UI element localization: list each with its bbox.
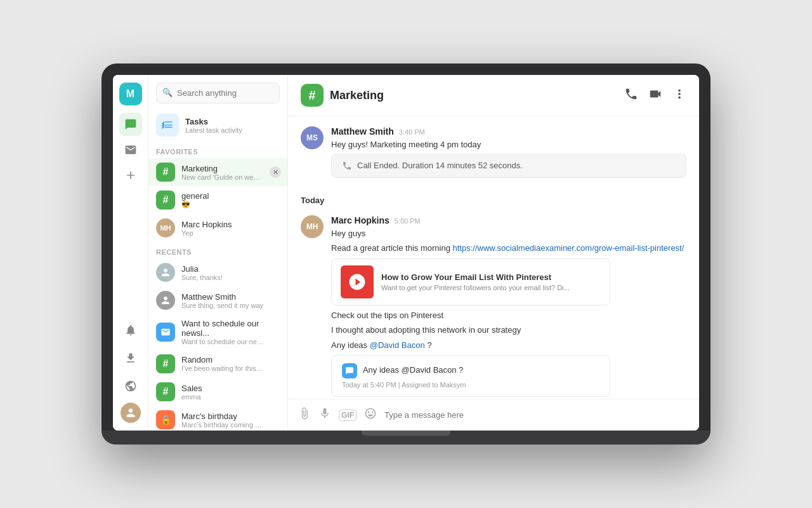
channel-info: Sales emma — [181, 384, 202, 401]
mention-david[interactable]: @David Bacon — [370, 340, 425, 350]
gif-icon[interactable]: GIF — [339, 410, 357, 421]
channel-item-newsletter[interactable]: Want to schedule our newsl... Want to sc… — [148, 314, 287, 350]
channel-preview: Yep — [181, 229, 232, 237]
tasks-text: Tasks Latest task activity — [185, 117, 242, 134]
nav-globe-icon[interactable] — [119, 375, 142, 398]
msg-text: Hey guys! Marketing meeting 4 pm today — [331, 138, 686, 151]
favorites-header: FAVORITES — [148, 142, 287, 158]
channel-name: Marc's birthday — [181, 411, 264, 421]
channel-info: Want to schedule our newsl... Want to sc… — [181, 319, 280, 345]
msg-content: Marc Hopkins 5:00 PM Hey guys Read a gre… — [331, 215, 686, 399]
msg-text: Any ideas @David Bacon ? — [331, 339, 686, 352]
tasks-item[interactable]: Tasks Latest task activity — [148, 109, 287, 142]
tasks-subtitle: Latest task activity — [185, 126, 242, 134]
channel-hash-icon — [156, 323, 175, 342]
chat-area: # Marketing MS — [288, 75, 699, 431]
channel-preview: Sure thing, send it my way — [181, 302, 263, 309]
message-group: MH Marc Hopkins 5:00 PM Hey guys Read a … — [301, 215, 686, 399]
channel-hash-icon: # — [156, 190, 175, 210]
emoji-picker-icon[interactable] — [364, 407, 377, 423]
channel-hash-icon: # — [156, 382, 175, 401]
person-avatar-icon: MH — [156, 218, 175, 237]
call-banner-text: Call Ended. Duration 14 minutes 52 secon… — [357, 161, 523, 170]
msg-time: 3:40 PM — [399, 128, 425, 136]
channel-name: Marketing — [181, 164, 264, 173]
channel-hash-icon: # — [156, 354, 175, 373]
attachment-icon[interactable] — [298, 407, 311, 423]
channel-sidebar: 🔍 Tasks Latest task activity FAVORITES # — [148, 75, 288, 431]
channel-info: Matthew Smith Sure thing, send it my way — [181, 292, 263, 309]
msg-text: I thought about adopting this network in… — [331, 324, 686, 337]
video-icon[interactable] — [648, 87, 662, 104]
chat-channel-title: Marketing — [330, 89, 618, 102]
msg-text: Hey guys — [331, 227, 686, 240]
call-ended-banner: Call Ended. Duration 14 minutes 52 secon… — [331, 154, 686, 178]
msg-text: Check out the tips on Pinterest — [331, 309, 686, 322]
channel-preview: I've been waiting for this 😀 — [181, 364, 264, 373]
nav-bell-icon[interactable] — [119, 319, 142, 342]
msg-header: Marc Hopkins 5:00 PM — [331, 215, 686, 225]
task-card-title: Any ideas @David Bacon ? — [342, 363, 599, 378]
user-avatar-bottom[interactable] — [121, 403, 141, 423]
laptop-frame: M — [102, 64, 710, 444]
channel-preview: Marc's birthday coming soon. — [181, 421, 264, 429]
article-link[interactable]: https://www.socialmediaexaminer.com/grow… — [452, 243, 684, 253]
channel-name: Matthew Smith — [181, 292, 263, 302]
channel-name: Julia — [181, 264, 223, 274]
search-icon: 🔍 — [162, 87, 173, 97]
recents-header: RECENTS — [148, 242, 287, 258]
nav-download-icon[interactable] — [119, 347, 142, 370]
phone-icon[interactable] — [624, 87, 638, 104]
link-title: How to Grow Your Email List With Pintere… — [381, 272, 570, 282]
channel-item-marc[interactable]: MH Marc Hopkins Yep — [148, 214, 287, 242]
link-preview-card[interactable]: How to Grow Your Email List With Pintere… — [331, 258, 610, 305]
channel-preview: Want to schedule our newslet... — [181, 338, 264, 345]
tasks-icon — [156, 114, 179, 137]
date-divider: Today — [301, 196, 686, 205]
channel-preview: Sure, thanks! — [181, 274, 223, 281]
task-card-icon — [342, 363, 357, 378]
user-avatar[interactable]: M — [119, 83, 142, 105]
chat-channel-icon: # — [301, 84, 324, 107]
msg-avatar: MH — [301, 215, 324, 238]
close-channel-btn[interactable]: ✕ — [270, 166, 281, 178]
more-options-icon[interactable] — [672, 87, 686, 104]
channel-item-birthday[interactable]: 🔒 Marc's birthday Marc's birthday coming… — [148, 406, 287, 431]
msg-text: Read a great article this morning https:… — [331, 242, 686, 255]
chat-input-area: GIF — [288, 399, 699, 431]
msg-author: Marc Hopkins — [331, 215, 390, 225]
person-avatar-icon — [156, 263, 175, 282]
laptop-base — [102, 431, 710, 444]
nav-add-icon[interactable] — [119, 164, 142, 187]
icon-sidebar: M — [113, 75, 148, 431]
search-bar[interactable]: 🔍 — [148, 75, 287, 109]
message-group: MS Matthew Smith 3:40 PM Hey guys! Marke… — [301, 126, 686, 185]
channel-name: Marc Hopkins — [181, 220, 232, 229]
channel-item-matthew[interactable]: Matthew Smith Sure thing, send it my way — [148, 286, 287, 314]
channel-info: Random I've been waiting for this 😀 — [181, 355, 264, 373]
channel-name: Sales — [181, 384, 202, 393]
channel-info: Marc's birthday Marc's birthday coming s… — [181, 411, 264, 429]
channel-name: Random — [181, 355, 264, 364]
channel-item-julia[interactable]: Julia Sure, thanks! — [148, 258, 287, 286]
message-input[interactable] — [384, 410, 689, 420]
link-desc: Want to get your Pinterest followers ont… — [381, 284, 570, 291]
channel-item-marketing[interactable]: # Marketing New card 'Guide on website o… — [148, 158, 287, 186]
channel-name: Want to schedule our newsl... — [181, 319, 280, 338]
channel-item-sales[interactable]: # Sales emma — [148, 378, 287, 406]
tasks-title: Tasks — [185, 117, 242, 126]
nav-chat-icon[interactable] — [119, 113, 142, 136]
nav-contacts-icon[interactable] — [119, 138, 142, 161]
channel-preview: emma — [181, 393, 202, 401]
microphone-icon[interactable] — [318, 407, 331, 423]
link-preview-image — [341, 265, 374, 298]
search-input[interactable] — [156, 83, 280, 104]
msg-content: Matthew Smith 3:40 PM Hey guys! Marketin… — [331, 126, 686, 185]
channel-name: general — [181, 191, 209, 201]
task-card[interactable]: Any ideas @David Bacon ? Today at 5:40 P… — [331, 355, 610, 397]
header-actions — [624, 87, 686, 104]
channel-item-random[interactable]: # Random I've been waiting for this 😀 — [148, 350, 287, 378]
channel-info: Marc Hopkins Yep — [181, 220, 232, 237]
channel-item-general[interactable]: # general 😎 — [148, 186, 287, 214]
channel-hash-icon: # — [156, 163, 175, 182]
